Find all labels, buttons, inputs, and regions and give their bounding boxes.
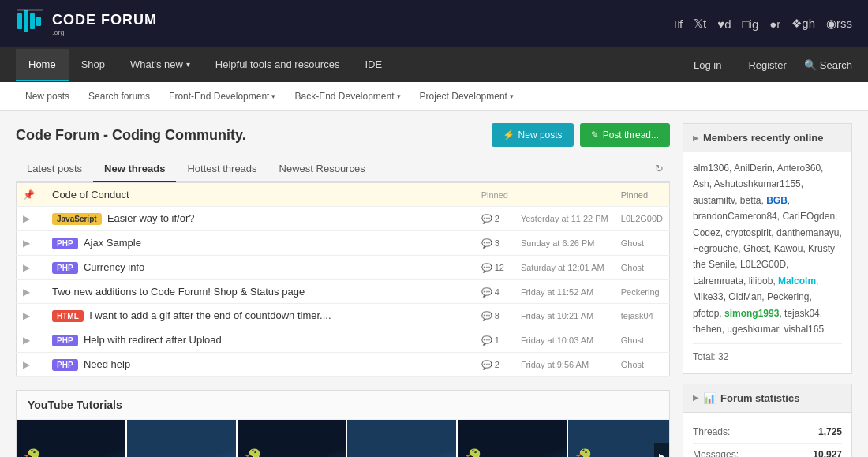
- thread-title-link[interactable]: Currency info: [84, 261, 144, 273]
- video-thumb[interactable]: 🐍 ERROR HANDLING: [458, 420, 567, 457]
- python-character-icon: 🐍: [23, 448, 51, 457]
- stat-value: 10,927: [813, 447, 842, 457]
- new-posts-label: New posts: [518, 129, 563, 140]
- member-name[interactable]: alm1306, AnilDerin, Antero360, Ash, Ashu…: [693, 163, 823, 206]
- tab-newest-resources[interactable]: Newest Resources: [268, 156, 376, 182]
- thread-user: Ghost: [621, 263, 644, 272]
- subnav-project-label: Project Development: [420, 91, 507, 102]
- chevron-right-icon: ▶: [23, 213, 30, 224]
- youtube-section: YouTube Tutorials 🐍 HE RETURN STATEMENT …: [16, 390, 670, 457]
- nav-helpful-tools[interactable]: Helpful tools and resources: [203, 49, 353, 81]
- instagram-icon[interactable]: □ig: [743, 17, 759, 31]
- members-online-header: Members recently online: [683, 124, 851, 152]
- video-carousel-wrapper: 🐍 HE RETURN STATEMENT ++ getters & sette…: [17, 420, 669, 457]
- table-row: ▶ PHP Currency info 💬 12 Saturday at 12:…: [17, 256, 670, 280]
- pinned-badge: Pinned: [481, 190, 508, 200]
- chevron-down-icon: ▾: [397, 92, 401, 100]
- discord-icon[interactable]: ♥d: [717, 17, 731, 31]
- main-content: Code Forum - Coding Community. ⚡ New pos…: [16, 123, 670, 457]
- video-thumb[interactable]: ++ 2d arrays & nested loop: [347, 420, 456, 457]
- svg-rect-0: [17, 13, 22, 29]
- thread-prefix-badge: JavaScript: [52, 213, 102, 225]
- new-posts-button[interactable]: ⚡ New posts: [492, 123, 574, 147]
- logo-sub: .org: [52, 28, 157, 36]
- nav-home[interactable]: Home: [16, 49, 69, 81]
- rss-icon[interactable]: ◉rss: [826, 17, 852, 31]
- thread-title-link[interactable]: Two new additions to Code Forum! Shop & …: [52, 286, 305, 298]
- pencil-icon: ✎: [591, 129, 599, 140]
- sub-navbar: New posts Search forums Front-End Develo…: [0, 82, 868, 111]
- thread-replies: 💬 12: [481, 263, 504, 272]
- chevron-down-icon: ▾: [186, 60, 190, 69]
- video-thumb[interactable]: 🐍 S & INSTANCE ATTRIB: [238, 420, 346, 457]
- stat-label: Threads:: [693, 424, 730, 440]
- table-row: ▶ HTML I want to add a gif after the end…: [17, 304, 670, 328]
- search-button[interactable]: 🔍 Search: [804, 59, 852, 71]
- video-thumb[interactable]: ++ getters & setters: [127, 420, 236, 457]
- member-name-malcolm[interactable]: Malcolm: [778, 275, 816, 287]
- page-title: Code Forum - Coding Community.: [16, 127, 246, 144]
- search-icon: 🔍: [804, 59, 817, 71]
- register-button[interactable]: Register: [739, 53, 795, 77]
- search-label: Search: [820, 59, 852, 71]
- main-navbar: Home Shop What's new ▾ Helpful tools and…: [0, 47, 868, 82]
- logo-text: CODE FORUM .org: [52, 12, 157, 36]
- logo-icon: [16, 7, 44, 41]
- stat-value: 1,725: [818, 424, 842, 440]
- thread-title-link[interactable]: Need help: [84, 358, 130, 370]
- tab-latest-posts[interactable]: Latest posts: [16, 156, 93, 182]
- svg-rect-2: [30, 13, 35, 29]
- chevron-down-icon: ▾: [271, 92, 275, 100]
- subnav-backend[interactable]: Back-End Development ▾: [285, 84, 410, 108]
- member-name-highlight[interactable]: BGB: [766, 195, 788, 206]
- thread-replies: 💬 3: [481, 238, 499, 248]
- facebook-icon[interactable]: f: [675, 17, 683, 31]
- thread-replies: 💬 1: [481, 335, 499, 345]
- thread-title-link[interactable]: Help with redirect after Upload: [84, 334, 222, 346]
- member-name-simong[interactable]: simong1993: [724, 308, 779, 319]
- video-thumb[interactable]: 🐍 HE RETURN STATEMENT: [17, 420, 125, 457]
- members-online-card: Members recently online alm1306, AnilDer…: [683, 123, 852, 374]
- subnav-frontend[interactable]: Front-End Development ▾: [159, 84, 285, 108]
- member-name: , brandonCameron84, CarIEOgden, Codez, c…: [693, 195, 842, 287]
- refresh-icon[interactable]: ↻: [649, 156, 670, 181]
- total-online: Total: 32: [693, 343, 842, 365]
- nav-whats-new[interactable]: What's new ▾: [118, 49, 203, 81]
- thread-user: Ghost: [621, 238, 644, 248]
- thread-user: Ghost: [621, 335, 644, 345]
- logo[interactable]: CODE FORUM .org: [16, 7, 157, 41]
- table-row: ▶ JavaScript Easier way to if/or? 💬 2 Ye…: [17, 207, 670, 231]
- thread-replies: 💬 2: [481, 360, 499, 369]
- thread-title-link[interactable]: I want to add a gif after the end of cou…: [89, 309, 331, 321]
- github-icon[interactable]: ❖gh: [791, 17, 815, 31]
- subnav-project-dev[interactable]: Project Development ▾: [410, 84, 523, 108]
- nav-ide[interactable]: IDE: [352, 49, 395, 81]
- main-nav-right: Log in Register 🔍 Search: [684, 53, 852, 77]
- social-icons-bar: f 𝕏t ♥d □ig ●r ❖gh ◉rss: [675, 17, 852, 31]
- subnav-search-forums[interactable]: Search forums: [79, 84, 159, 108]
- thread-title-link[interactable]: Code of Conduct: [52, 189, 129, 200]
- thread-title-link[interactable]: Ajax Sample: [84, 237, 141, 249]
- content-wrapper: Code Forum - Coding Community. ⚡ New pos…: [0, 111, 868, 457]
- thread-replies: 💬 2: [481, 214, 499, 223]
- stat-label: Messages:: [693, 447, 739, 457]
- subnav-new-posts[interactable]: New posts: [16, 84, 79, 108]
- page-header: Code Forum - Coding Community. ⚡ New pos…: [16, 123, 670, 147]
- main-nav-links: Home Shop What's new ▾ Helpful tools and…: [16, 49, 395, 81]
- login-button[interactable]: Log in: [684, 53, 731, 77]
- nav-shop[interactable]: Shop: [69, 49, 118, 81]
- thread-title-link[interactable]: Easier way to if/or?: [107, 212, 195, 224]
- thread-replies: 💬 8: [481, 311, 499, 320]
- thread-table: 📌 Code of Conduct Pinned Pinned ▶ JavaSc…: [16, 182, 670, 377]
- chevron-right-icon: ▶: [23, 335, 30, 346]
- forum-stats-title: Forum statistics: [720, 392, 799, 404]
- thread-date: Yesterday at 11:22 PM: [521, 214, 608, 223]
- twitter-icon[interactable]: 𝕏t: [694, 17, 706, 31]
- forum-stats-header: 📊 Forum statistics: [683, 384, 851, 413]
- reddit-icon[interactable]: ●r: [769, 17, 780, 31]
- thread-user: Peckering: [621, 287, 660, 297]
- tab-new-threads[interactable]: New threads: [93, 156, 176, 182]
- tab-hottest-threads[interactable]: Hottest threads: [176, 156, 268, 182]
- carousel-next-button[interactable]: ▸: [654, 443, 669, 457]
- post-thread-button[interactable]: ✎ Post thread...: [580, 123, 670, 147]
